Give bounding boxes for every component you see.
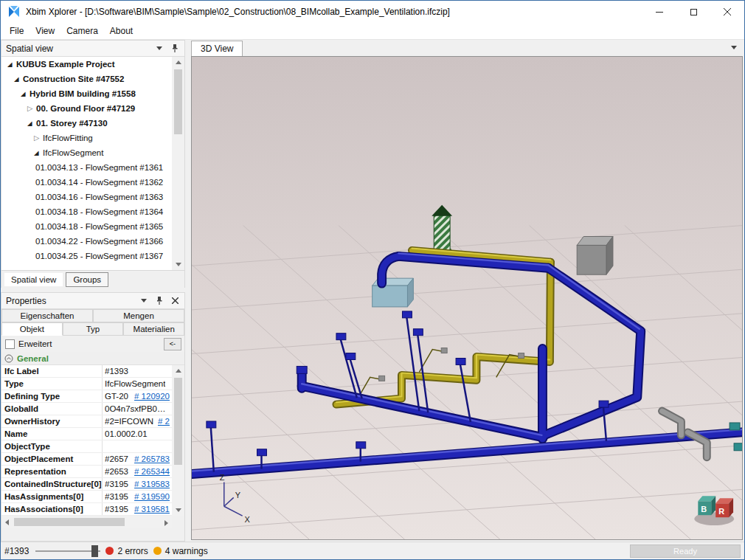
expander-open-icon[interactable]: ◢ bbox=[21, 90, 30, 97]
scrollbar-thumb[interactable] bbox=[174, 378, 182, 465]
tree-item[interactable]: 01.0034.25 - FlowSegment #1367 bbox=[1, 249, 172, 263]
expander-open-icon[interactable]: ◢ bbox=[27, 120, 36, 127]
3d-viewport: 3D View bbox=[185, 40, 744, 542]
property-link[interactable]: # 2 bbox=[155, 417, 170, 426]
expander-open-icon[interactable]: ◢ bbox=[7, 61, 16, 68]
expander-collapsed-icon[interactable]: ▷ bbox=[34, 134, 43, 142]
property-row[interactable]: OwnerHistory#2=IFCOWN# 2 bbox=[1, 415, 172, 428]
panel-menu-icon[interactable] bbox=[156, 46, 162, 50]
property-row[interactable]: Name01.0002.01 bbox=[1, 428, 172, 440]
property-row[interactable]: Representation#2653# 265344 bbox=[1, 466, 172, 478]
tab-groups[interactable]: Groups bbox=[66, 272, 108, 287]
property-row[interactable]: ObjectPlacement#2657# 265783 bbox=[1, 453, 172, 466]
pin-icon[interactable] bbox=[171, 44, 179, 53]
property-value: #2=IFCOWN bbox=[105, 417, 153, 426]
scroll-down-button[interactable] bbox=[172, 505, 184, 516]
tree-item[interactable]: ◢KUBUS Example Project bbox=[1, 57, 172, 72]
menu-file[interactable]: File bbox=[4, 24, 30, 38]
axis-z-label: Z bbox=[220, 473, 225, 482]
expander-open-icon[interactable]: ◢ bbox=[14, 75, 23, 83]
property-row[interactable]: TypeIfcFlowSegment bbox=[1, 378, 172, 390]
tree-item[interactable]: ▷IfcFlowFitting bbox=[1, 131, 172, 145]
close-icon[interactable] bbox=[172, 297, 179, 304]
property-link[interactable]: # 120920 bbox=[131, 392, 170, 401]
property-row[interactable]: ContainedInStructure[0]#3195# 319583 bbox=[1, 478, 172, 491]
close-icon bbox=[724, 8, 731, 15]
expander-open-icon[interactable]: ◢ bbox=[34, 149, 43, 156]
property-link[interactable]: # 319590 bbox=[131, 492, 170, 501]
property-link[interactable]: # 319583 bbox=[131, 480, 170, 488]
window-controls bbox=[642, 1, 744, 23]
properties-sub-tabs: Objekt Typ Materialien bbox=[1, 322, 184, 336]
tree-item[interactable]: 01.0034.14 - FlowSegment #1362 bbox=[1, 175, 172, 190]
scroll-down-button[interactable] bbox=[172, 259, 184, 270]
tab-materialien[interactable]: Materialien bbox=[123, 322, 184, 336]
property-row[interactable]: GlobalId0O4n7sxfPB0Ou bbox=[1, 403, 172, 415]
erweitert-checkbox[interactable] bbox=[5, 339, 15, 349]
3d-scene[interactable]: Z Y X B bbox=[192, 57, 742, 539]
close-button[interactable] bbox=[710, 1, 744, 23]
tree-item[interactable]: 01.0034.16 - FlowSegment #1363 bbox=[1, 190, 172, 204]
tab-objekt[interactable]: Objekt bbox=[1, 322, 63, 336]
scrollbar-thumb[interactable] bbox=[14, 518, 125, 526]
menu-view[interactable]: View bbox=[30, 24, 60, 38]
property-row[interactable]: Defining TypeGT-20# 120920 bbox=[1, 390, 172, 403]
scroll-up-button[interactable] bbox=[172, 57, 184, 68]
scrollbar-thumb[interactable] bbox=[174, 69, 182, 134]
tab-typ[interactable]: Typ bbox=[63, 322, 124, 336]
gray-equipment-box[interactable] bbox=[577, 237, 613, 275]
scroll-up-button[interactable] bbox=[172, 365, 184, 376]
property-link[interactable]: # 265783 bbox=[131, 454, 170, 463]
property-link[interactable]: # 319581 bbox=[131, 505, 170, 514]
viewport-menu-icon[interactable] bbox=[731, 46, 737, 49]
tree-item[interactable]: ◢Hybrid BIM building #1558 bbox=[1, 86, 172, 101]
property-row[interactable]: Ifc Label#1393 bbox=[1, 365, 172, 378]
property-row[interactable]: ObjectType bbox=[1, 440, 172, 453]
3d-canvas[interactable]: Z Y X B bbox=[191, 56, 743, 540]
errors-label[interactable]: 2 errors bbox=[117, 546, 148, 556]
property-key: ContainedInStructure[0] bbox=[1, 478, 103, 490]
tree-item[interactable]: 01.0034.18 - FlowSegment #1365 bbox=[1, 219, 172, 234]
slider-thumb[interactable] bbox=[91, 545, 98, 557]
tree-item[interactable]: 01.0034.18 - FlowSegment #1364 bbox=[1, 204, 172, 219]
logo-letter-b: B bbox=[701, 505, 707, 514]
panel-menu-icon[interactable] bbox=[141, 299, 147, 303]
tab-3d-view[interactable]: 3D View bbox=[191, 41, 243, 56]
tab-spatial-view[interactable]: Spatial view bbox=[4, 273, 63, 286]
collapse-section-icon[interactable] bbox=[4, 354, 13, 363]
ready-label: Ready bbox=[673, 547, 697, 556]
tree-vertical-scrollbar[interactable] bbox=[172, 57, 184, 270]
window-title: Xbim Xplorer - [D:\Software\BIM\Sample\S… bbox=[26, 7, 642, 17]
tab-eigenschaften[interactable]: Eigenschaften bbox=[1, 309, 93, 322]
tree-item[interactable]: ◢01. Storey #47130 bbox=[1, 116, 172, 131]
tree-item[interactable]: ▷00. Ground Floor #47129 bbox=[1, 101, 172, 116]
properties-vertical-scrollbar[interactable] bbox=[172, 365, 184, 516]
tree-item[interactable]: ◢IfcFlowSegment bbox=[1, 145, 172, 160]
tab-mengen[interactable]: Mengen bbox=[93, 309, 184, 322]
property-key: Type bbox=[1, 378, 103, 390]
tree-item[interactable]: 01.0034.13 - FlowSegment #1361 bbox=[1, 160, 172, 175]
property-link[interactable]: # 265344 bbox=[131, 467, 170, 476]
scroll-left-button[interactable] bbox=[1, 516, 13, 528]
property-key: ObjectPlacement bbox=[1, 453, 103, 465]
scroll-left-icon bbox=[5, 519, 9, 525]
back-button[interactable]: <- bbox=[164, 338, 181, 350]
warnings-label[interactable]: 4 warnings bbox=[165, 546, 208, 556]
pin-icon[interactable] bbox=[156, 296, 163, 305]
tree-item[interactable]: 01.0034.22 - FlowSegment #1366 bbox=[1, 234, 172, 249]
property-row[interactable]: HasAssignments[0]#3195# 319590 bbox=[1, 491, 172, 503]
maximize-button[interactable] bbox=[676, 1, 710, 23]
section-general[interactable]: General bbox=[1, 352, 184, 365]
properties-horizontal-scrollbar[interactable] bbox=[1, 516, 172, 528]
spatial-panel-header: Spatial view bbox=[1, 41, 184, 57]
property-row[interactable]: HasAssociations[0]#3195# 319581 bbox=[1, 503, 172, 516]
tree-item-label: 01.0034.13 - FlowSegment #1361 bbox=[35, 163, 163, 172]
tree-item[interactable]: ◢Construction Site #47552 bbox=[1, 72, 172, 86]
scroll-right-button[interactable] bbox=[161, 517, 172, 528]
menu-camera[interactable]: Camera bbox=[60, 24, 104, 38]
transparency-slider[interactable] bbox=[35, 545, 100, 557]
menu-about[interactable]: About bbox=[104, 24, 139, 38]
property-key: HasAssociations[0] bbox=[1, 503, 103, 515]
expander-collapsed-icon[interactable]: ▷ bbox=[27, 105, 36, 112]
minimize-button[interactable] bbox=[642, 1, 676, 23]
